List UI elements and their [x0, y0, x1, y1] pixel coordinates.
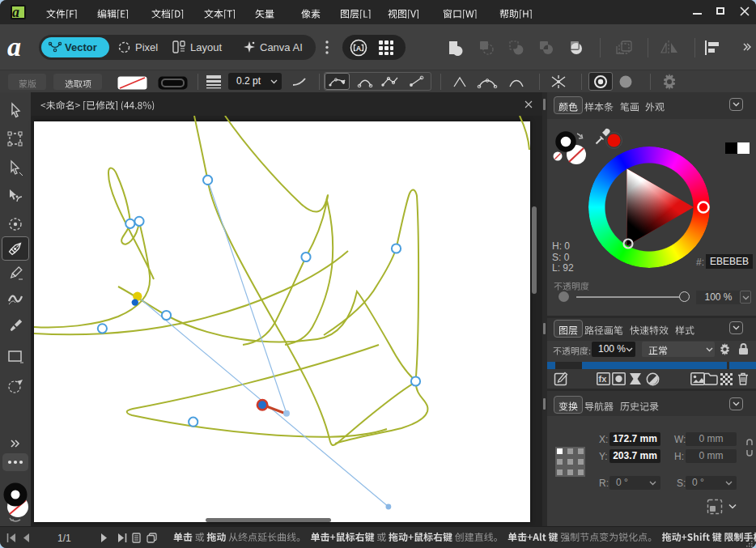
svg-text:a: a	[7, 34, 21, 60]
svg-text:fx: fx	[599, 374, 608, 384]
svg-text:A: A	[356, 45, 362, 53]
svg-text:a: a	[12, 5, 19, 19]
